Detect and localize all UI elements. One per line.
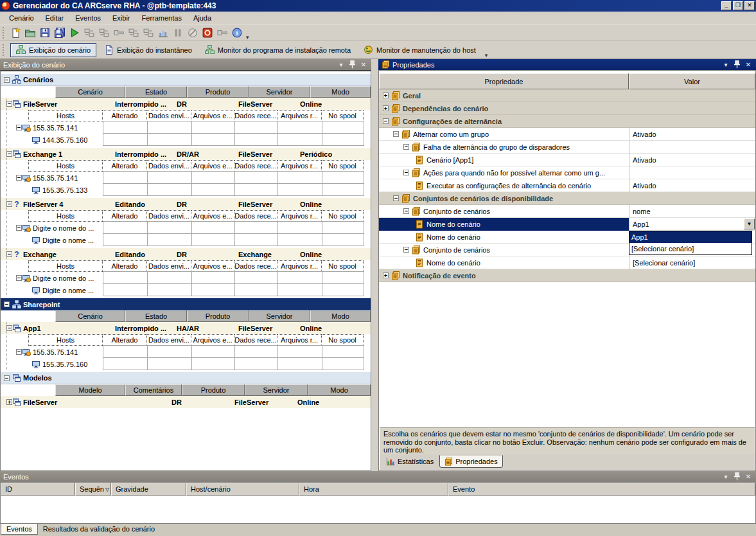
prop-row[interactable]: Ações para quando não for possível alter…	[379, 166, 755, 179]
panel-close-icon[interactable]: ✕	[359, 61, 368, 68]
scenario-row[interactable]: ? FileServer 4 Editando DR FileServer On…	[1, 198, 371, 210]
prop-value[interactable]: [Selecionar cenário]	[629, 256, 755, 269]
col-header-servidor[interactable]: Servidor	[249, 86, 310, 98]
col-header-servidor[interactable]: Servidor	[249, 310, 310, 322]
expander-icon[interactable]	[6, 101, 12, 107]
prop-row-selected[interactable]: Nome do cenário App1 ▼	[379, 218, 755, 231]
expander-icon[interactable]	[4, 301, 10, 307]
expander-icon[interactable]	[16, 125, 22, 130]
prop-value[interactable]: Ativado	[629, 154, 755, 166]
menu-ajuda[interactable]: Ajuda	[188, 13, 216, 23]
prop-value[interactable]: nome	[629, 205, 755, 218]
col-header-cenario[interactable]: Cenário	[55, 86, 125, 98]
col-header-propriedade[interactable]: Propriedade	[379, 73, 629, 89]
menu-cenario[interactable]: Cenário	[4, 13, 39, 23]
minimize-button[interactable]: _	[721, 1, 732, 10]
expander-icon[interactable]	[16, 225, 22, 231]
prop-row[interactable]: Executar as configurações de alternância…	[379, 179, 755, 192]
tab-snapshot-view[interactable]: Exibição do instantâneo	[99, 43, 197, 57]
open-scenario-button[interactable]	[23, 26, 37, 40]
panel-menu-chevron-icon[interactable]: ▾	[721, 61, 730, 68]
expander-icon[interactable]	[6, 251, 12, 257]
master-host-row[interactable]: Digite o nome do ...	[1, 272, 371, 284]
prop-band-notificacao[interactable]: Notificação de evento	[379, 269, 755, 282]
new-scenario-button[interactable]	[8, 26, 22, 40]
panel-close-icon[interactable]: ✕	[744, 473, 753, 480]
expander-icon[interactable]	[4, 375, 10, 381]
tree-root-modelos[interactable]: Modelos	[1, 372, 371, 384]
expander-icon[interactable]	[403, 144, 409, 150]
expander-icon[interactable]	[393, 131, 399, 137]
prop-row[interactable]: Alternar como um grupo Ativado	[379, 128, 755, 141]
expander-icon[interactable]	[383, 105, 389, 111]
dropdown-item-selecionar[interactable]: [Selecionar cenário]	[629, 243, 752, 255]
expander-icon[interactable]	[16, 175, 22, 181]
col-header-hora[interactable]: Hora	[299, 483, 448, 496]
statistics-report-button[interactable]	[156, 26, 170, 40]
prop-value[interactable]	[629, 166, 755, 179]
col-header-modelo[interactable]: Modelo	[55, 384, 125, 396]
panel-close-icon[interactable]: ✕	[744, 61, 753, 68]
prop-row[interactable]: Cenário [App1] Ativado	[379, 154, 755, 166]
col-header-valor[interactable]: Valor	[629, 73, 755, 89]
save-button[interactable]	[38, 26, 52, 40]
col-header-modo[interactable]: Modo	[310, 310, 371, 322]
suspend-button[interactable]	[171, 26, 185, 40]
prop-row[interactable]: Nome do cenário [Selecionar cenário]	[379, 256, 755, 269]
restore-data-button[interactable]	[97, 26, 111, 40]
master-host-row[interactable]: Digite o nome do ...	[1, 222, 371, 234]
about-button[interactable]	[230, 26, 244, 40]
scenario-row[interactable]: ? Exchange Editando DR Exchange Online	[1, 248, 371, 260]
expander-icon[interactable]	[16, 275, 22, 281]
master-host-row[interactable]: 155.35.75.141	[1, 121, 371, 134]
tab-eventos[interactable]: Eventos	[1, 524, 38, 535]
viewtabs-overflow-chevron-icon[interactable]: ▾	[485, 52, 488, 58]
pin-icon[interactable]	[733, 472, 741, 481]
panel-menu-chevron-icon[interactable]: ▾	[721, 473, 730, 480]
restore-button[interactable]: ❐	[733, 1, 743, 10]
synchronize-button[interactable]	[82, 26, 96, 40]
difference-report-button[interactable]	[112, 26, 126, 40]
expander-icon[interactable]	[6, 201, 12, 207]
pin-icon[interactable]	[348, 60, 356, 69]
save-all-button[interactable]	[53, 26, 67, 40]
tab-scenario-view[interactable]: Exibição do cenário	[10, 43, 96, 57]
replication-tree-button[interactable]	[141, 26, 155, 40]
group-row-sharepoint[interactable]: Sharepoint	[1, 298, 371, 310]
expander-icon[interactable]	[383, 93, 389, 98]
prop-row[interactable]: Conjunto de cenários nome	[379, 205, 755, 218]
tab-host-maintenance-monitor[interactable]: Monitor de manutenção do host	[358, 43, 481, 57]
menu-ferramentas[interactable]: Ferramentas	[137, 13, 187, 23]
template-row[interactable]: FileServer DR FileServer Online	[1, 396, 371, 408]
expander-icon[interactable]	[6, 151, 12, 157]
prop-value[interactable]: Ativado	[629, 128, 755, 141]
master-host-row[interactable]: 155.35.75.141	[1, 172, 371, 184]
col-header-gravidade[interactable]: Gravidade	[111, 483, 186, 496]
toolbar-overflow-chevron-icon[interactable]: ▾	[246, 34, 249, 40]
menu-editar[interactable]: Editar	[40, 13, 69, 23]
col-header-modo[interactable]: Modo	[308, 384, 371, 396]
prop-band-config-alternancia[interactable]: Configurações de alternância	[379, 115, 755, 128]
col-header-comentarios[interactable]: Comentários	[125, 384, 182, 396]
expander-icon[interactable]	[403, 170, 409, 175]
col-header-estado[interactable]: Estado	[125, 310, 187, 322]
menu-exibir[interactable]: Exibir	[107, 13, 136, 23]
replica-host-row[interactable]: Digite o nome ...	[1, 234, 371, 246]
expander-icon[interactable]	[383, 272, 389, 278]
prop-band-conjuntos[interactable]: Conjuntos de cenários de disponibilidade	[379, 192, 755, 205]
scenario-row-app1[interactable]: App1 Interrompido ... HA/AR FileServer O…	[1, 322, 371, 334]
col-header-evento[interactable]: Evento	[448, 483, 755, 496]
expander-icon[interactable]	[4, 77, 10, 83]
viewtabs-grip[interactable]	[3, 44, 5, 56]
replica-host-row[interactable]: Digite o nome ...	[1, 284, 371, 296]
tree-root-cenarios[interactable]: Cenários	[1, 74, 371, 86]
prop-band-geral[interactable]: Geral	[379, 89, 755, 102]
tab-resultados-validacao[interactable]: Resultados da validação do cenário	[38, 524, 160, 535]
replica-host-row[interactable]: 155.35.75.160	[1, 358, 371, 370]
expander-icon[interactable]	[403, 247, 409, 253]
expander-icon[interactable]	[393, 195, 399, 201]
expander-icon[interactable]	[383, 118, 389, 124]
scenario-row[interactable]: FileServer Interrompido ... DR FileServe…	[1, 98, 371, 110]
replica-host-row[interactable]: 155.35.75.133	[1, 184, 371, 196]
col-header-produto[interactable]: Produto	[182, 384, 245, 396]
